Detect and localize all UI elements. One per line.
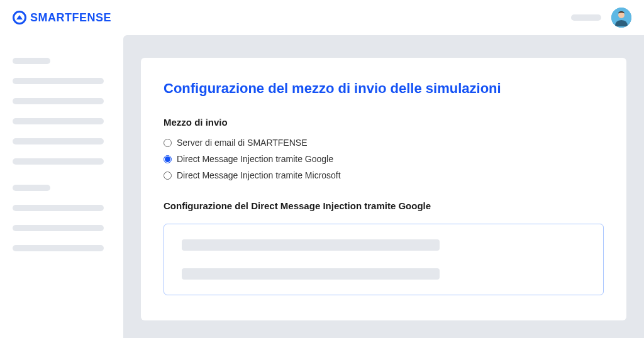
sidebar-item[interactable]	[13, 185, 50, 191]
sidebar-item[interactable]	[13, 78, 104, 84]
radio-label: Server di email di SMARTFENSE	[177, 138, 307, 148]
settings-card: Configurazione del mezzo di invio delle …	[141, 58, 626, 320]
sidebar-group-2	[13, 185, 111, 251]
radio-label: Direct Message Injection tramite Microso…	[177, 170, 341, 180]
sidebar-item[interactable]	[13, 205, 104, 211]
avatar[interactable]	[611, 8, 631, 28]
sidebar-item[interactable]	[13, 138, 104, 144]
radio-option-smartfense-email[interactable]: Server di email di SMARTFENSE	[164, 138, 604, 148]
radio-option-google-dmi[interactable]: Direct Message Injection tramite Google	[164, 154, 604, 164]
radio-option-microsoft-dmi[interactable]: Direct Message Injection tramite Microso…	[164, 170, 604, 180]
sidebar-item[interactable]	[13, 225, 104, 231]
sidebar-item[interactable]	[13, 118, 104, 124]
logo[interactable]: SMARTFENSE	[13, 11, 111, 25]
header-right	[571, 8, 631, 28]
radio-label: Direct Message Injection tramite Google	[177, 154, 333, 164]
sidebar-item[interactable]	[13, 245, 104, 251]
config-field[interactable]	[182, 239, 440, 251]
sidebar-group-1	[13, 58, 111, 165]
radio-indicator	[164, 155, 172, 163]
avatar-icon	[611, 8, 631, 28]
section-label: Mezzo di invio	[164, 117, 604, 128]
subsection-label: Configurazione del Direct Message Inject…	[164, 200, 604, 211]
radio-group-medium: Server di email di SMARTFENSE Direct Mes…	[164, 138, 604, 180]
main-container: Configurazione del mezzo di invio delle …	[0, 35, 644, 338]
config-box	[164, 224, 604, 295]
radio-indicator	[164, 139, 172, 147]
page-title: Configurazione del mezzo di invio delle …	[164, 80, 604, 97]
content-area: Configurazione del mezzo di invio delle …	[123, 35, 644, 338]
sidebar	[0, 35, 123, 338]
logo-icon	[13, 11, 26, 25]
sidebar-item[interactable]	[13, 98, 104, 104]
header: SMARTFENSE	[0, 0, 644, 35]
sidebar-item[interactable]	[13, 58, 50, 64]
radio-indicator	[164, 172, 172, 180]
config-field[interactable]	[182, 268, 440, 280]
sidebar-item[interactable]	[13, 158, 104, 165]
svg-point-1	[618, 12, 625, 18]
header-placeholder	[571, 14, 601, 21]
logo-text: SMARTFENSE	[30, 11, 111, 25]
